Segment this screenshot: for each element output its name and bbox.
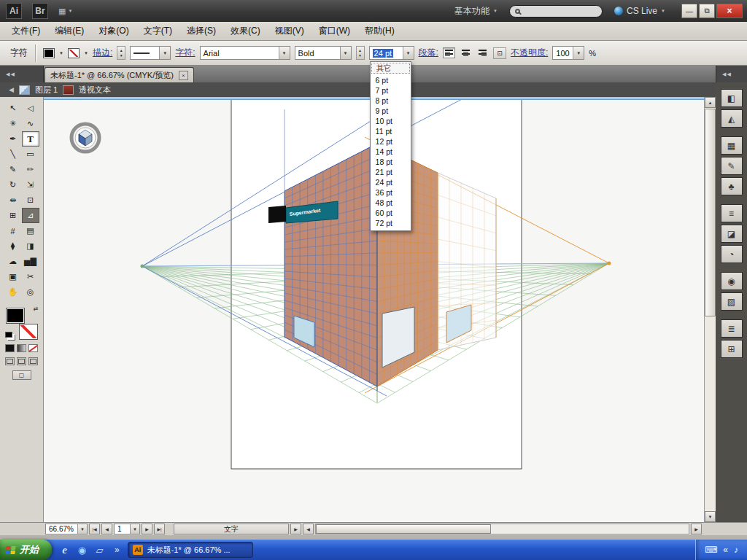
symbol-sprayer-tool[interactable]: ☁ xyxy=(4,254,22,269)
mesh-tool[interactable]: # xyxy=(4,223,22,238)
align-center-button[interactable] xyxy=(460,47,472,58)
chevron-down-icon[interactable]: ▼ xyxy=(340,47,351,59)
horizontal-scroll-thumb[interactable] xyxy=(316,524,491,534)
vertical-scroll-thumb[interactable] xyxy=(705,109,716,316)
type-tool[interactable]: T xyxy=(22,131,39,147)
color-guide-panel-icon[interactable]: ◭ xyxy=(721,109,743,128)
color-panel-icon[interactable]: ◧ xyxy=(721,89,743,107)
font-size-option[interactable]: 6 pt xyxy=(371,75,410,85)
hscroll-right-button[interactable]: ▶ xyxy=(691,524,702,534)
font-size-option[interactable]: 8 pt xyxy=(371,96,410,106)
gradient-mode-button[interactable] xyxy=(17,344,26,352)
minimize-button[interactable]: — xyxy=(681,4,697,18)
graphic-styles-panel-icon[interactable]: ▨ xyxy=(721,292,743,311)
artboard-number-combo[interactable]: 1 ▼ xyxy=(114,524,140,534)
rectangle-tool[interactable]: ▭ xyxy=(22,147,39,162)
column-graph-tool[interactable]: ▅▇ xyxy=(22,254,39,269)
scale-tool[interactable]: ⇲ xyxy=(22,177,39,192)
hscroll-left-button[interactable]: ◀ xyxy=(303,524,314,534)
fill-color-swatch[interactable] xyxy=(43,48,55,58)
font-size-option[interactable]: 18 pt xyxy=(371,157,410,167)
artboards-panel-icon[interactable]: ⊞ xyxy=(721,340,743,358)
quick-launch-overflow-icon[interactable]: » xyxy=(112,545,122,555)
search-input[interactable] xyxy=(509,5,603,18)
free-transform-tool[interactable]: ⊡ xyxy=(22,192,39,208)
taskbar-task-button[interactable]: Ai 未标题-1* @ 66.67% ... xyxy=(128,542,253,558)
toolbar-collapse-button[interactable]: ◀◀ xyxy=(0,66,44,82)
arrange-documents-button[interactable]: ▦ ▼ xyxy=(58,7,72,16)
align-left-button[interactable] xyxy=(443,47,455,58)
font-size-option[interactable]: 72 pt xyxy=(371,218,410,228)
swap-fill-stroke-icon[interactable]: ⇄ xyxy=(34,306,39,312)
stroke-weight-combo[interactable]: ▼ xyxy=(130,46,171,60)
breadcrumb-object[interactable]: 透视文本 xyxy=(79,85,111,96)
start-button[interactable]: 开始 xyxy=(0,540,52,560)
chevron-down-icon[interactable]: ▼ xyxy=(159,47,170,59)
color-mode-button[interactable] xyxy=(5,344,15,352)
last-artboard-button[interactable]: ▶| xyxy=(154,524,165,534)
character-link[interactable]: 字符: xyxy=(175,47,195,59)
dock-collapse-button[interactable]: ◀◀ xyxy=(716,66,747,82)
vertical-scrollbar[interactable]: ▲ ▼ xyxy=(704,97,716,522)
snap-icon[interactable]: ⊡ xyxy=(493,47,506,59)
internet-explorer-icon[interactable]: e xyxy=(58,544,71,556)
swatches-panel-icon[interactable]: ▦ xyxy=(721,136,743,155)
font-size-other-item[interactable]: 其它 xyxy=(371,63,410,74)
stroke-none-swatch[interactable] xyxy=(20,324,37,339)
menu-item[interactable]: 帮助(H) xyxy=(357,22,402,40)
paragraph-link[interactable]: 段落: xyxy=(419,47,438,59)
draw-normal-button[interactable] xyxy=(5,357,15,365)
none-mode-button[interactable] xyxy=(28,344,38,352)
width-tool[interactable]: ⇹ xyxy=(4,192,22,208)
hand-tool[interactable]: ✋ xyxy=(4,284,22,300)
shape-builder-tool[interactable]: ⊞ xyxy=(4,208,22,223)
tab-close-icon[interactable]: × xyxy=(179,71,188,80)
font-size-option[interactable]: 14 pt xyxy=(371,147,410,157)
menu-item[interactable]: 窗口(W) xyxy=(311,22,357,40)
workspace-switcher-button[interactable]: 基本功能 ▼ xyxy=(450,4,502,19)
font-size-option[interactable]: 10 pt xyxy=(371,116,410,126)
keyboard-icon[interactable]: ⌨ xyxy=(705,545,717,555)
font-size-spinner[interactable]: ▲▼ xyxy=(356,46,365,60)
transparency-panel-icon[interactable]: ◔ xyxy=(721,245,743,263)
symbols-panel-icon[interactable]: ♣ xyxy=(721,177,743,195)
stroke-link[interactable]: 描边: xyxy=(93,47,112,59)
menu-item[interactable]: 文字(T) xyxy=(136,22,179,40)
status-tool-indicator[interactable]: 文字 xyxy=(174,524,289,534)
screen-mode-button[interactable]: ▢ xyxy=(12,370,31,380)
collapse-tray-icon[interactable]: « xyxy=(723,545,728,555)
chevron-down-icon[interactable]: ▼ xyxy=(403,47,414,59)
menu-item[interactable]: 视图(V) xyxy=(268,22,311,40)
font-size-option[interactable]: 21 pt xyxy=(371,167,410,177)
stroke-color-swatch[interactable] xyxy=(68,48,80,58)
eyedropper-tool[interactable]: ⧫ xyxy=(4,238,22,254)
menu-item[interactable]: 编辑(E) xyxy=(47,22,91,40)
magic-wand-tool[interactable]: ✳ xyxy=(4,116,22,131)
perspective-grid-tool[interactable]: ⊿ xyxy=(22,208,39,223)
font-size-combo[interactable]: 24 pt ▼ 其它 6 pt7 pt8 pt9 pt10 pt11 pt12 … xyxy=(369,46,414,60)
font-family-combo[interactable]: Arial ▼ xyxy=(200,46,290,60)
chevron-down-icon[interactable]: ▼ xyxy=(130,524,139,534)
chevron-down-icon[interactable]: ▼ xyxy=(279,47,290,59)
zoom-combo[interactable]: 66.67% ▼ xyxy=(45,524,88,534)
zoom-tool[interactable]: ◎ xyxy=(22,284,39,300)
prev-artboard-button[interactable]: ◀ xyxy=(101,524,112,534)
gradient-panel-icon[interactable]: ◪ xyxy=(721,225,743,243)
font-style-combo[interactable]: Bold ▼ xyxy=(295,46,352,60)
document-tab[interactable]: 未标题-1* @ 66.67% (CMYK/预览) × xyxy=(44,67,194,82)
scroll-up-button[interactable]: ▲ xyxy=(705,97,716,108)
font-size-option[interactable]: 36 pt xyxy=(371,187,410,198)
font-size-option[interactable]: 60 pt xyxy=(371,208,410,218)
blend-tool[interactable]: ◨ xyxy=(22,238,39,254)
lasso-tool[interactable]: ∿ xyxy=(22,116,39,131)
bridge-button[interactable]: Br xyxy=(32,3,48,19)
menu-item[interactable]: 效果(C) xyxy=(223,22,268,40)
cs-live-button[interactable]: CS Live ▼ xyxy=(610,4,670,18)
menu-item[interactable]: 选择(S) xyxy=(179,22,223,40)
first-artboard-button[interactable]: |◀ xyxy=(89,524,100,534)
paintbrush-tool[interactable]: ✎ xyxy=(4,162,22,177)
gradient-tool[interactable]: ▤ xyxy=(22,223,39,238)
direct-selection-tool[interactable]: ◁ xyxy=(22,101,39,116)
selection-tool[interactable]: ↖ xyxy=(4,101,22,116)
line-tool[interactable]: ╲ xyxy=(4,147,22,162)
